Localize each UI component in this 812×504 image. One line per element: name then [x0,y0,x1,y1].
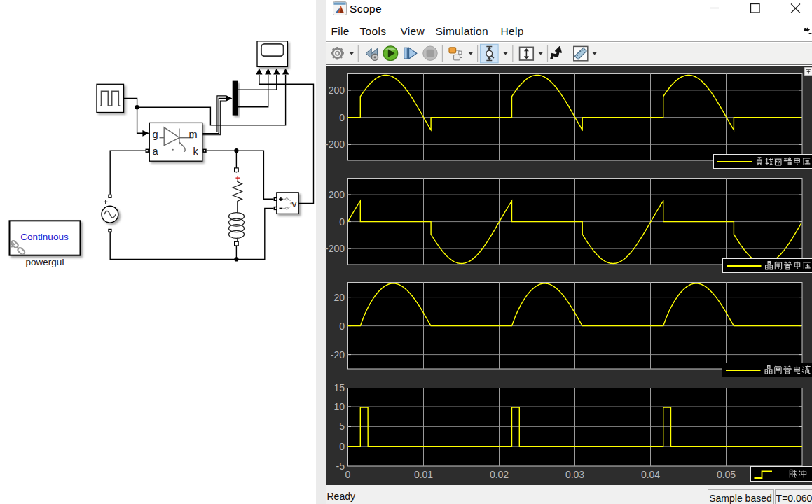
svg-text:a: a [153,146,159,157]
svg-text:powergui: powergui [26,257,64,267]
svg-text:k: k [193,146,199,157]
svg-text:m: m [189,129,198,140]
svg-text:g: g [153,129,158,140]
svg-text:Continuous: Continuous [20,232,69,242]
svg-text:v: v [292,199,297,209]
